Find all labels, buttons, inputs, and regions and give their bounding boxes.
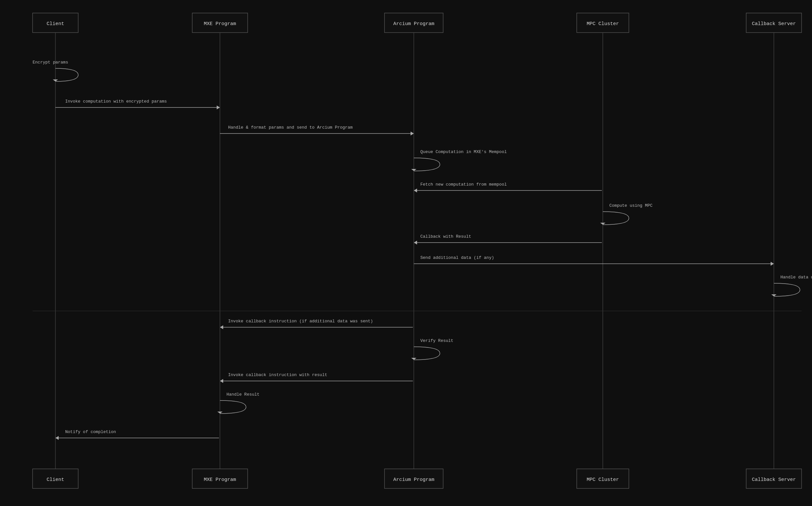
msg-invoke-computation-label: Invoke computation with encrypted params: [65, 99, 167, 104]
msg-handle-data-update-head: [771, 294, 777, 296]
actor-mpc-top-label: MPC Cluster: [587, 21, 619, 27]
msg-callback-result-head: [414, 241, 417, 245]
sequence-diagram: text { font-family: 'Courier New', Couri…: [0, 0, 812, 506]
msg-handle-result-label: Handle Result: [226, 392, 260, 397]
msg-notify-completion-head: [55, 436, 59, 440]
msg-send-additional-head: [770, 262, 774, 266]
msg-handle-data-update-label: Handle data update to on-chain accounts: [781, 275, 812, 280]
msg-compute-mpc-label: Compute using MPC: [609, 203, 653, 208]
msg-compute-mpc-arrow: [603, 212, 629, 225]
msg-queue-computation-head: [411, 169, 417, 171]
actor-mpc-bottom-label: MPC Cluster: [587, 477, 619, 483]
actor-client-top-label: Client: [47, 21, 64, 27]
msg-fetch-computation-head: [414, 188, 417, 192]
msg-handle-result-arrow: [220, 401, 246, 414]
msg-handle-data-update-arrow: [774, 283, 800, 296]
msg-compute-mpc-head: [600, 223, 605, 225]
msg-handle-result-head: [217, 412, 223, 414]
msg-queue-computation-arrow: [414, 158, 440, 171]
msg-verify-result-head: [411, 358, 417, 360]
msg-encrypt-params-arrow: [55, 68, 78, 81]
msg-invoke-computation-head: [217, 105, 220, 109]
msg-verify-result-label: Verify Result: [420, 338, 453, 343]
actor-mxe-bottom-label: MXE Program: [204, 477, 236, 483]
msg-notify-completion-label: Notify of completion: [65, 429, 116, 434]
msg-invoke-callback-head: [220, 325, 223, 329]
msg-encrypt-params-label: Encrypt params: [32, 60, 68, 65]
actor-callback-top-label: Callback Server: [752, 21, 796, 27]
msg-queue-computation-label: Queue Computation in MXE's Mempool: [420, 150, 507, 154]
actor-mxe-top-label: MXE Program: [204, 21, 236, 27]
msg-invoke-callback-result-head: [220, 379, 223, 383]
actor-arcium-bottom-label: Arcium Program: [393, 477, 434, 483]
actor-client-bottom-label: Client: [47, 477, 64, 483]
msg-encrypt-params-head: [53, 79, 58, 81]
msg-fetch-computation-label: Fetch new computation from mempool: [420, 182, 507, 187]
msg-handle-format-head: [411, 132, 414, 136]
msg-send-additional-label: Send additional data (if any): [420, 255, 494, 260]
actor-arcium-top-label: Arcium Program: [393, 21, 434, 27]
msg-handle-format-label: Handle & format params and send to Arciu…: [228, 125, 353, 130]
msg-invoke-callback-result-label: Invoke callback instruction with result: [228, 372, 327, 377]
actor-callback-bottom-label: Callback Server: [752, 477, 796, 483]
msg-verify-result-arrow: [414, 347, 440, 360]
msg-callback-result-label: Callback with Result: [420, 234, 471, 239]
msg-invoke-callback-label: Invoke callback instruction (if addition…: [228, 319, 373, 324]
